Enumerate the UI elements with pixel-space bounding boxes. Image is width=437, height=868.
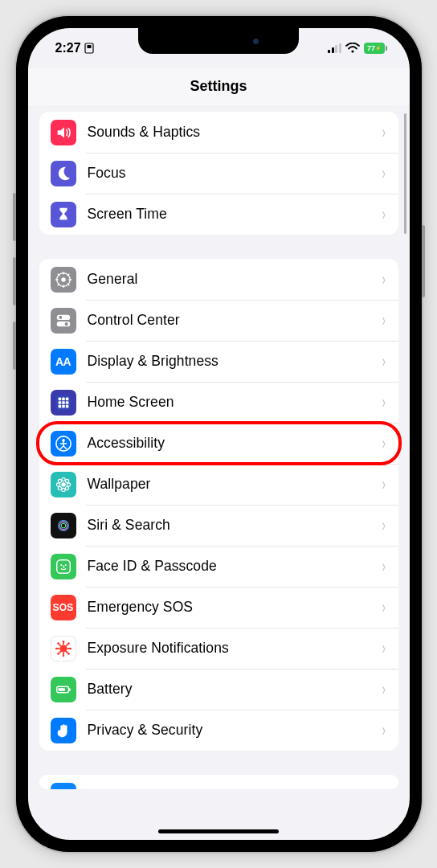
row-label: Battery: [88, 681, 382, 698]
svg-point-16: [64, 322, 67, 326]
svg-point-34: [58, 479, 61, 482]
sos-icon: SOS: [51, 595, 76, 620]
chevron-right-icon: ›: [382, 785, 386, 790]
svg-rect-24: [58, 404, 61, 407]
flower-icon: [51, 472, 76, 497]
row-home-screen[interactable]: Home Screen›: [39, 382, 398, 423]
row-wallpaper[interactable]: Wallpaper›: [39, 464, 398, 505]
row-label: Control Center: [88, 312, 382, 329]
row-sounds-haptics[interactable]: Sounds & Haptics›: [39, 112, 398, 153]
svg-point-35: [65, 479, 68, 482]
svg-point-33: [67, 482, 70, 485]
person-icon: [51, 431, 76, 457]
svg-rect-15: [56, 321, 70, 326]
battery-icon: 77⚡: [364, 43, 387, 54]
phone-frame: 2:27 77⚡ Settings Sounds & Haptics›Focus…: [16, 16, 422, 852]
batt-icon: [51, 677, 76, 702]
svg-point-55: [62, 654, 64, 657]
row-sos[interactable]: SOSEmergency SOS›: [39, 587, 398, 628]
svg-point-43: [60, 564, 62, 566]
row-label: Siri & Search: [88, 517, 382, 534]
hourglass-icon: [51, 202, 76, 227]
svg-rect-23: [65, 401, 68, 404]
gear-icon: [51, 267, 76, 293]
notch: [138, 28, 299, 54]
row-screen-time[interactable]: Screen Time›: [39, 194, 398, 235]
svg-point-4: [61, 277, 66, 282]
row-label: Emergency SOS: [88, 599, 382, 616]
svg-rect-21: [58, 401, 61, 404]
row-battery[interactable]: Battery›: [39, 669, 398, 710]
chevron-right-icon: ›: [382, 597, 386, 618]
row-display[interactable]: AADisplay & Brightness›: [39, 341, 398, 382]
chevron-right-icon: ›: [382, 392, 386, 413]
row-label: General: [88, 271, 382, 288]
settings-group: General›Control Center›AADisplay & Brigh…: [39, 259, 398, 751]
status-time: 2:27: [55, 41, 81, 55]
page-title: Settings: [28, 68, 410, 107]
svg-point-61: [67, 642, 70, 645]
row-focus[interactable]: Focus›: [39, 153, 398, 194]
row-next-partial[interactable]: ›: [39, 775, 398, 789]
svg-rect-22: [62, 401, 65, 404]
chevron-right-icon: ›: [382, 269, 386, 290]
svg-point-58: [57, 642, 59, 645]
svg-rect-18: [58, 397, 61, 400]
home-indicator[interactable]: [158, 829, 279, 833]
row-label: Display & Brightness: [88, 353, 382, 370]
chevron-right-icon: ›: [382, 163, 386, 184]
row-label: Face ID & Passcode: [88, 558, 382, 575]
svg-point-57: [69, 647, 71, 649]
chevron-right-icon: ›: [382, 515, 386, 536]
chevron-right-icon: ›: [382, 638, 386, 659]
siri-icon: [51, 513, 76, 538]
speaker-icon: [51, 120, 76, 145]
scrollbar-indicator: [404, 113, 406, 234]
settings-group: Sounds & Haptics›Focus›Screen Time›: [39, 112, 398, 235]
svg-rect-64: [58, 688, 64, 691]
chevron-right-icon: ›: [382, 204, 386, 225]
svg-point-60: [57, 653, 59, 655]
row-label: Screen Time: [88, 206, 382, 223]
row-label: Focus: [88, 165, 382, 182]
svg-point-44: [64, 564, 66, 566]
row-privacy[interactable]: Privacy & Security›: [39, 710, 398, 751]
row-control-center[interactable]: Control Center›: [39, 300, 398, 341]
row-label: Exposure Notifications: [88, 640, 382, 657]
settings-scroll[interactable]: Sounds & Haptics›Focus›Screen Time›Gener…: [28, 107, 410, 840]
chevron-right-icon: ›: [382, 122, 386, 143]
grid-icon: [51, 390, 76, 416]
chevron-right-icon: ›: [382, 679, 386, 700]
svg-point-36: [58, 486, 61, 489]
row-label: Home Screen: [88, 394, 382, 411]
svg-rect-13: [56, 314, 70, 319]
row-exposure[interactable]: Exposure Notifications›: [39, 628, 398, 669]
svg-point-31: [61, 488, 64, 491]
chevron-right-icon: ›: [382, 433, 386, 454]
svg-rect-20: [65, 397, 68, 400]
chevron-right-icon: ›: [382, 351, 386, 372]
svg-rect-63: [68, 688, 70, 691]
svg-point-37: [65, 486, 68, 489]
hand-icon: [51, 718, 76, 743]
svg-point-56: [55, 647, 58, 649]
row-siri[interactable]: Siri & Search›: [39, 505, 398, 546]
svg-rect-19: [62, 397, 65, 400]
row-faceid[interactable]: Face ID & Passcode›: [39, 546, 398, 587]
chevron-right-icon: ›: [382, 720, 386, 741]
svg-point-2: [351, 50, 353, 52]
blank-icon: [51, 783, 76, 790]
row-label: Accessibility: [88, 435, 382, 452]
toggles-icon: [51, 308, 76, 334]
svg-point-59: [67, 653, 70, 655]
svg-rect-25: [62, 404, 65, 407]
aa-icon: AA: [51, 349, 76, 375]
chevron-right-icon: ›: [382, 310, 386, 331]
row-accessibility[interactable]: Accessibility›: [39, 423, 398, 464]
svg-rect-1: [87, 45, 91, 48]
cell-signal-icon: [328, 43, 341, 53]
svg-point-30: [61, 477, 64, 481]
svg-point-29: [61, 482, 66, 487]
wifi-icon: [345, 43, 360, 54]
row-general[interactable]: General›: [39, 259, 398, 300]
